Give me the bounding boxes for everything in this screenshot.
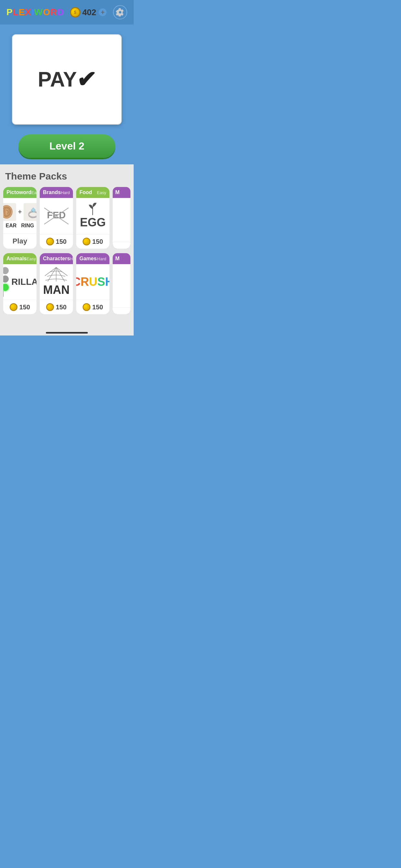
animals-difficulty: Easy — [27, 256, 36, 261]
games-name: Games — [80, 256, 96, 261]
ear-icon — [3, 205, 14, 219]
ring-label: RING — [21, 223, 34, 228]
brands-name: Brands — [43, 190, 61, 195]
pack-card-characters[interactable]: Characters Hard — [40, 253, 73, 314]
pack-card-animals[interactable]: Animals Easy RILLA — [3, 253, 36, 314]
partial-body-2 — [113, 264, 130, 307]
crush-c: C — [76, 275, 81, 288]
pictoword-play-label: Play — [12, 237, 27, 245]
crush-u: U — [89, 275, 97, 288]
tl-green — [3, 284, 9, 291]
brands-visual: FED — [42, 202, 70, 230]
pictoword-difficulty: Easy — [31, 190, 36, 195]
pictoword-images: + — [3, 203, 36, 221]
food-footer: 150 — [76, 234, 110, 249]
characters-header: Characters Hard — [40, 253, 73, 264]
tl-red — [3, 267, 9, 274]
pictoword-word-labels: EAR RING — [6, 223, 34, 228]
tl-pole — [3, 291, 4, 297]
game-area: PAY ✔ Level 2 — [0, 25, 134, 164]
ring-image — [24, 203, 36, 221]
app-logo: PLEXIWORD — [6, 7, 64, 18]
food-coin-icon — [83, 238, 90, 245]
crush-h: H — [105, 275, 110, 288]
plus-icon: + — [18, 208, 22, 216]
home-indicator — [46, 332, 88, 334]
bottom-bar — [0, 326, 134, 336]
characters-coin-icon — [46, 303, 54, 311]
brands-header: Brands Hard — [40, 187, 73, 198]
packs-grid: Pictoword Easy — [3, 187, 130, 314]
puzzle-content: PAY ✔ — [38, 66, 96, 93]
games-price: 150 — [92, 304, 103, 311]
puzzle-card: PAY ✔ — [12, 34, 122, 125]
pack-card-food[interactable]: Food Easy EGG 150 — [76, 187, 110, 249]
food-header: Food Easy — [76, 187, 110, 198]
characters-footer: 150 — [40, 300, 73, 314]
food-visual: EGG — [80, 203, 105, 229]
animals-body: RILLA — [3, 264, 36, 300]
theme-title: Theme Packs — [3, 171, 130, 182]
man-label: MAN — [43, 283, 70, 297]
egg-label: EGG — [80, 216, 105, 229]
settings-button[interactable] — [113, 5, 127, 20]
pack-card-brands[interactable]: Brands Hard FED 150 — [40, 187, 73, 249]
animals-price: 150 — [19, 304, 30, 311]
games-visual: CRUSH — [76, 275, 110, 289]
ear-label: EAR — [6, 223, 17, 228]
food-name: Food — [80, 190, 92, 195]
pictoword-header: Pictoword Easy — [3, 187, 36, 198]
fed-icon: FED — [42, 202, 70, 230]
pictoword-visual: + — [3, 203, 36, 228]
characters-price: 150 — [56, 304, 66, 311]
crush-label: CRUSH — [76, 275, 110, 288]
games-difficulty: Hard — [97, 256, 106, 261]
partial-header-2: M — [113, 253, 130, 264]
partial-header-1: M — [113, 187, 130, 198]
pictoword-footer: Play — [3, 234, 36, 249]
header: PLEXIWORD $ 402 + — [0, 0, 134, 25]
gear-icon — [116, 8, 124, 17]
pack-card-pictoword[interactable]: Pictoword Easy — [3, 187, 36, 249]
animals-header: Animals Easy — [3, 253, 36, 264]
animals-footer: 150 — [3, 300, 36, 314]
brands-body: FED — [40, 198, 73, 234]
add-coins-button[interactable]: + — [98, 8, 107, 17]
animals-name: Animals — [6, 256, 27, 261]
characters-difficulty: Hard — [70, 256, 73, 261]
pack-card-games[interactable]: Games Hard CRUSH 150 — [76, 253, 110, 314]
traffic-light-group — [3, 267, 9, 297]
food-price: 150 — [92, 238, 103, 245]
checkmark-icon: ✔ — [75, 66, 97, 93]
characters-body: MAN — [40, 264, 73, 300]
animals-visual: RILLA — [3, 267, 36, 297]
partial-footer-1 — [113, 242, 130, 249]
crush-r: R — [81, 275, 89, 288]
packs-row-2: Animals Easy RILLA — [3, 253, 130, 314]
games-header: Games Hard — [76, 253, 110, 264]
brands-footer: 150 — [40, 234, 73, 249]
characters-visual: MAN — [43, 267, 70, 297]
theme-section: Theme Packs Pictoword Easy — [0, 164, 134, 326]
pictoword-name: Pictoword — [6, 190, 31, 195]
games-footer: 150 — [76, 300, 110, 314]
characters-name: Characters — [43, 256, 70, 261]
brands-price: 150 — [56, 238, 66, 245]
tl-yellow — [3, 275, 9, 283]
coin-icon: $ — [70, 7, 81, 18]
animals-coin-icon — [10, 303, 18, 311]
food-body: EGG — [76, 198, 110, 234]
traffic-light — [3, 267, 9, 291]
games-coin-icon — [83, 303, 90, 311]
brands-difficulty: Hard — [61, 190, 70, 195]
level-button[interactable]: Level 2 — [19, 134, 115, 158]
partial-body-1 — [113, 198, 130, 242]
pack-card-partial-2[interactable]: M — [113, 253, 130, 314]
plant-icon — [83, 203, 102, 216]
crush-s: S — [97, 275, 105, 288]
games-body: CRUSH — [76, 264, 110, 300]
pack-card-partial-1[interactable]: M — [113, 187, 130, 249]
coin-count: 402 — [82, 7, 96, 18]
ring-icon — [26, 205, 36, 219]
food-difficulty: Easy — [97, 190, 106, 195]
